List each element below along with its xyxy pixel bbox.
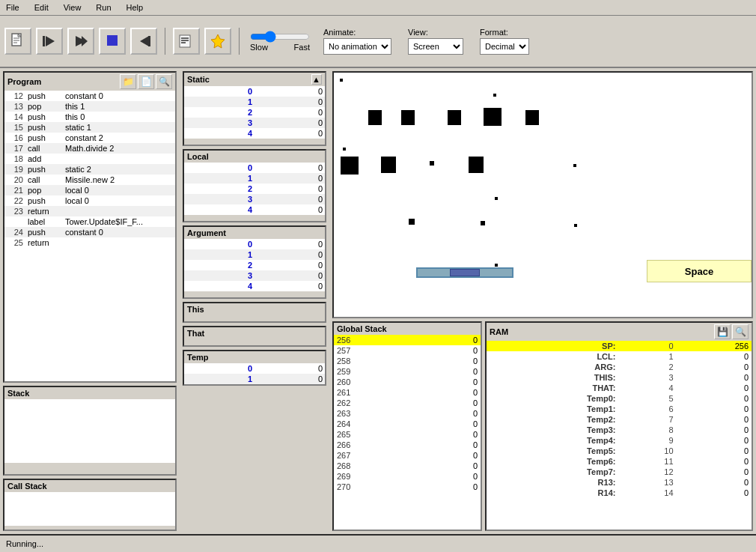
table-row: labelTower.Update$IF_F... — [4, 216, 175, 227]
local-header: Local — [184, 151, 325, 163]
list-item: Temp3:80 — [487, 425, 752, 435]
this-scrollbar-h[interactable] — [184, 315, 325, 321]
pixel — [340, 79, 343, 82]
stop-button[interactable] — [99, 28, 126, 55]
program-open-btn[interactable]: 📁 — [120, 74, 136, 89]
list-item: THIS:30 — [487, 372, 752, 383]
pixel — [343, 148, 346, 151]
stack-panel: Stack — [3, 386, 177, 476]
game-paddle — [416, 267, 513, 278]
separator-2 — [239, 28, 240, 55]
toolbar: Slow Fast Animate: No animation Slow Fas… — [0, 16, 756, 68]
local-panel: Local 0010203040 — [183, 149, 326, 222]
menu-edit[interactable]: Edit — [31, 1, 52, 13]
static-scroll-up[interactable]: ▲ — [311, 74, 322, 85]
menu-bar: File Edit View Run Help — [0, 0, 756, 16]
list-item: 00 — [184, 363, 325, 374]
argument-panel: Argument 0010203040 — [183, 225, 326, 299]
list-item: ARG:20 — [487, 362, 752, 372]
list-item: 2650 — [334, 429, 481, 440]
list-item: 2680 — [334, 461, 481, 471]
list-item: 30 — [184, 194, 325, 204]
global-stack-scroll[interactable]: 2560257025802590260026102620263026402650… — [334, 335, 481, 530]
list-item: Temp6:110 — [487, 456, 752, 467]
local-content[interactable]: 0010203040 — [184, 163, 325, 215]
table-row: 16pushconstant 2 — [4, 133, 175, 143]
ram-save-btn[interactable]: 💾 — [714, 324, 731, 339]
argument-scrollbar-h[interactable] — [184, 291, 325, 297]
global-stack-header: Global Stack — [334, 323, 481, 335]
slow-label: Slow — [250, 43, 268, 52]
menu-run[interactable]: Run — [93, 1, 114, 13]
pixel — [430, 161, 434, 166]
separator-1 — [165, 28, 165, 55]
static-scrollbar-h[interactable] — [184, 139, 325, 145]
temp-content[interactable]: 0010 — [184, 363, 325, 384]
svg-rect-6 — [43, 36, 45, 46]
back-button[interactable] — [130, 28, 157, 55]
argument-table: 0010203040 — [184, 239, 325, 291]
svg-marker-16 — [211, 34, 225, 48]
callstack-header: Call Stack — [4, 480, 175, 492]
ram-search-btn[interactable]: 🔍 — [732, 324, 749, 339]
list-item: LCL:10 — [487, 351, 752, 362]
speed-slider[interactable] — [250, 31, 310, 43]
local-scrollbar-h[interactable] — [184, 215, 325, 221]
view-label: View: — [408, 28, 463, 37]
program-search-btn[interactable]: 🔍 — [156, 74, 172, 89]
global-stack-panel: Global Stack 256025702580259026002610262… — [332, 321, 482, 531]
step-button[interactable] — [36, 28, 63, 55]
svg-rect-12 — [180, 35, 190, 47]
temp-header: Temp — [184, 351, 325, 363]
bottom-section: Global Stack 256025702580259026002610262… — [332, 321, 753, 531]
list-item: 10 — [184, 173, 325, 184]
run-button[interactable] — [67, 28, 94, 55]
view-select[interactable]: Screen Keyboard Memory — [408, 38, 463, 55]
highlight-button[interactable] — [204, 28, 231, 55]
list-item: 40 — [184, 128, 325, 139]
list-item: 2640 — [334, 419, 481, 429]
static-content[interactable]: 0010203040 — [184, 86, 325, 139]
svg-rect-11 — [148, 36, 150, 46]
temp-panel: Temp 0010 — [183, 350, 326, 386]
svg-marker-8 — [82, 36, 88, 46]
pixel — [409, 219, 415, 225]
callstack-panel: Call Stack — [3, 479, 177, 531]
stack-content[interactable] — [4, 399, 175, 463]
menu-file[interactable]: File — [3, 1, 22, 13]
list-item: Temp2:70 — [487, 414, 752, 425]
pixel — [401, 110, 415, 125]
speed-slider-container: Slow Fast — [250, 31, 310, 52]
new-button[interactable] — [4, 28, 31, 55]
local-title: Local — [187, 152, 209, 161]
table-row: 12pushconstant 0 — [4, 91, 175, 101]
table-row: 22pushlocal 0 — [4, 195, 175, 206]
script-button[interactable] — [173, 28, 200, 55]
table-row: 23return — [4, 206, 175, 216]
format-select[interactable]: Decimal Hex Binary — [480, 38, 529, 55]
list-item: 20 — [184, 107, 325, 118]
main-content: Program 📁 📄 🔍 12pushconstant 013popthis … — [0, 68, 756, 534]
argument-content[interactable]: 0010203040 — [184, 239, 325, 291]
table-row: 20callMissile.new 2 — [4, 175, 175, 185]
ram-scroll[interactable]: SP:0256LCL:10ARG:20THIS:30THAT:40Temp0:5… — [487, 341, 752, 530]
that-scrollbar-h[interactable] — [184, 339, 325, 345]
pixel — [573, 164, 576, 167]
temp-title: Temp — [187, 353, 209, 362]
list-item: 2690 — [334, 471, 481, 482]
animate-section: Animate: No animation Slow Fast — [323, 28, 391, 55]
table-row: 25return — [4, 237, 175, 248]
table-row: 19pushstatic 2 — [4, 164, 175, 175]
animation-select[interactable]: No animation Slow Fast — [323, 38, 391, 55]
global-stack-table: 2560257025802590260026102620263026402650… — [334, 335, 481, 492]
menu-help[interactable]: Help — [124, 1, 147, 13]
menu-view[interactable]: View — [61, 1, 85, 13]
ram-title: RAM — [490, 327, 508, 336]
this-panel: This — [183, 302, 326, 323]
table-row: 17callMath.divide 2 — [4, 143, 175, 154]
program-save-btn[interactable]: 📄 — [138, 74, 154, 89]
callstack-content[interactable] — [4, 492, 175, 526]
pixel — [484, 108, 502, 126]
status-bar: Running... — [0, 534, 756, 552]
program-table-container[interactable]: 12pushconstant 013popthis 114pushthis 01… — [4, 91, 175, 381]
